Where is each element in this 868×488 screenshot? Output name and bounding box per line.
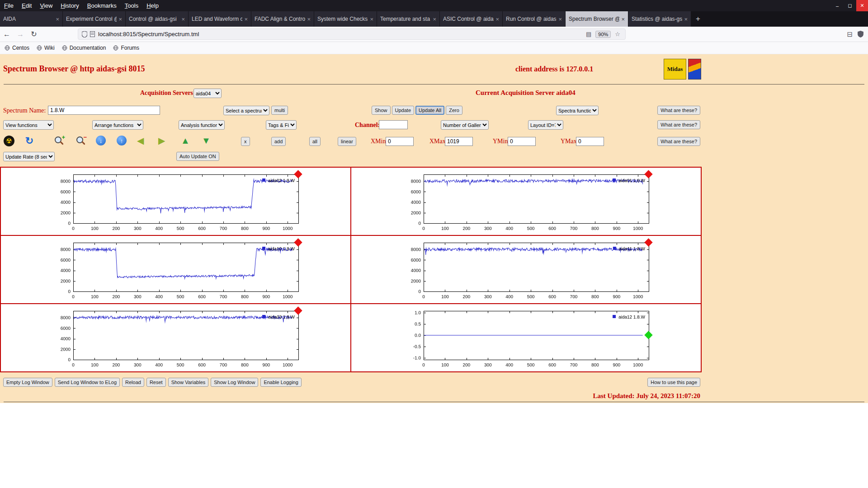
- spectrum-plot-canvas[interactable]: [397, 238, 655, 301]
- library-icon[interactable]: ⊟: [847, 30, 853, 38]
- all-button[interactable]: all: [309, 137, 321, 146]
- zoom-out-icon[interactable]: −: [75, 136, 87, 146]
- empty-log-window-button[interactable]: Empty Log Window: [3, 378, 52, 387]
- tab-control[interactable]: Control @ aidas-gsi×: [126, 11, 189, 27]
- gallery-panel-aida10[interactable]: [1, 236, 350, 303]
- spectrum-plot-canvas[interactable]: [47, 306, 305, 370]
- show-button[interactable]: Show: [372, 106, 391, 115]
- spectrum-plot-canvas[interactable]: [47, 170, 305, 233]
- gallery-panel-aida02[interactable]: [1, 168, 350, 235]
- enable-logging-button[interactable]: Enable Logging: [260, 378, 301, 387]
- close-button[interactable]: ✕: [856, 0, 868, 11]
- menu-help[interactable]: Help: [142, 1, 163, 10]
- ymin-input[interactable]: [508, 137, 536, 146]
- ymax-input[interactable]: [576, 137, 604, 146]
- bookmark-documentation[interactable]: Documentation: [62, 45, 106, 51]
- tab-close-icon[interactable]: ×: [181, 16, 185, 23]
- tab-statistics[interactable]: Statistics @ aidas-gsi×: [628, 11, 691, 27]
- bookmark-forums[interactable]: Forums: [113, 45, 139, 51]
- tab-run-control[interactable]: Run Control @ aidas×: [503, 11, 566, 27]
- tab-close-icon[interactable]: ×: [244, 16, 248, 23]
- tab-close-icon[interactable]: ×: [118, 16, 122, 23]
- layout-id-dropdown[interactable]: Layout ID=7: [528, 120, 563, 130]
- view-functions-dropdown[interactable]: View functions: [3, 120, 54, 130]
- secondary-logo[interactable]: [688, 59, 701, 80]
- tab-fadc-align[interactable]: FADC Align & Contro×: [251, 11, 314, 27]
- tags-fits-dropdown[interactable]: Tags & Fits: [266, 120, 297, 130]
- tab-system-checks[interactable]: System wide Checks×: [314, 11, 377, 27]
- spectrum-plot-canvas[interactable]: [397, 306, 655, 370]
- tab-spectrum-browser-active[interactable]: Spectrum Browser @×: [566, 11, 628, 27]
- maximize-button[interactable]: ◻: [844, 0, 856, 11]
- tab-close-icon[interactable]: ×: [684, 16, 688, 23]
- url-bar[interactable]: localhost:8015/Spectrum/Spectrum.tml ▤ 9…: [78, 28, 626, 40]
- spectra-functions-dropdown[interactable]: Spectra functions: [556, 106, 599, 115]
- update-all-button[interactable]: Update All: [415, 106, 444, 115]
- menu-view[interactable]: View: [36, 1, 57, 10]
- spectrum-plot-canvas[interactable]: [47, 238, 305, 301]
- menu-tools[interactable]: Tools: [121, 1, 142, 10]
- gallery-panel-aida03[interactable]: [1, 304, 350, 371]
- what-are-these-button[interactable]: What are these?: [657, 106, 700, 115]
- tab-temperature[interactable]: Temperature and sta×: [377, 11, 440, 27]
- menu-edit[interactable]: Edit: [18, 1, 36, 10]
- minimize-button[interactable]: –: [831, 0, 844, 11]
- arrange-functions-dropdown[interactable]: Arrange functions: [92, 120, 143, 130]
- reset-button[interactable]: Reset: [146, 378, 166, 387]
- bookmark-star-icon[interactable]: ☆: [615, 31, 620, 38]
- select-spectrum-dropdown[interactable]: Select a spectrum: [223, 106, 269, 115]
- spectrum-plot-canvas[interactable]: [397, 170, 655, 233]
- tab-aida[interactable]: AIDA×: [0, 11, 63, 27]
- update-button[interactable]: Update: [392, 106, 414, 115]
- multi-button[interactable]: multi: [271, 106, 288, 115]
- x-button[interactable]: x: [241, 137, 250, 146]
- what-are-these-button[interactable]: What are these?: [657, 120, 700, 129]
- gallery-panel-aida12[interactable]: [351, 304, 701, 371]
- gallery-panel-aida11[interactable]: [351, 236, 701, 303]
- blue-up-arrow-icon[interactable]: ↑: [117, 136, 127, 145]
- reload-button[interactable]: ↻: [27, 30, 41, 38]
- tab-close-icon[interactable]: ×: [433, 16, 436, 23]
- forward-button[interactable]: →: [14, 30, 27, 38]
- reader-mode-icon[interactable]: ▤: [586, 31, 591, 38]
- show-variables-button[interactable]: Show Variables: [168, 378, 209, 387]
- tab-close-icon[interactable]: ×: [621, 16, 625, 23]
- menu-file[interactable]: File: [0, 1, 18, 10]
- what-are-these-button[interactable]: What are these?: [657, 137, 700, 146]
- gallery-panel-aida01[interactable]: [351, 168, 701, 235]
- xmin-input[interactable]: [386, 137, 414, 146]
- bookmark-wiki[interactable]: Wiki: [37, 45, 55, 51]
- reload-page-button[interactable]: Reload: [122, 378, 144, 387]
- channel-input[interactable]: [379, 120, 408, 129]
- bookmark-centos[interactable]: Centos: [5, 45, 29, 51]
- green-down-arrow-icon[interactable]: ▼: [202, 136, 211, 145]
- acquisition-server-select[interactable]: aida04: [193, 89, 222, 98]
- menu-history[interactable]: History: [57, 1, 83, 10]
- back-button[interactable]: ←: [0, 30, 14, 38]
- tab-asic-control[interactable]: ASIC Control @ aida×: [440, 11, 503, 27]
- zoom-in-icon[interactable]: +: [53, 136, 65, 146]
- new-tab-button[interactable]: +: [691, 11, 705, 27]
- add-button[interactable]: add: [271, 137, 286, 146]
- green-right-arrow-icon[interactable]: ▶: [158, 136, 165, 145]
- number-of-galleries-dropdown[interactable]: Number of Galleries: [441, 120, 489, 130]
- linear-button[interactable]: linear: [338, 137, 356, 146]
- tab-close-icon[interactable]: ×: [56, 16, 59, 23]
- update-rate-dropdown[interactable]: Update Rate (8 secs): [3, 152, 55, 161]
- xmax-input[interactable]: [445, 137, 473, 146]
- green-left-arrow-icon[interactable]: ◀: [137, 136, 144, 145]
- tab-close-icon[interactable]: ×: [370, 16, 373, 23]
- shield-icon[interactable]: [82, 31, 87, 38]
- auto-update-button[interactable]: Auto Update ON: [176, 152, 219, 161]
- tab-led-waveform[interactable]: LED and Waveform c×: [189, 11, 251, 27]
- page-icon[interactable]: [90, 31, 95, 37]
- green-up-arrow-icon[interactable]: ▲: [181, 136, 190, 145]
- how-to-use-button[interactable]: How to use this page: [647, 378, 700, 387]
- refresh-icon[interactable]: ↻: [24, 136, 35, 146]
- account-shield-icon[interactable]: [858, 31, 863, 38]
- blue-down-arrow-icon[interactable]: ↓: [96, 136, 106, 145]
- tab-close-icon[interactable]: ×: [558, 16, 562, 23]
- tab-close-icon[interactable]: ×: [307, 16, 311, 23]
- menu-bookmarks[interactable]: Bookmarks: [83, 1, 121, 10]
- spectrum-name-input[interactable]: [48, 106, 160, 115]
